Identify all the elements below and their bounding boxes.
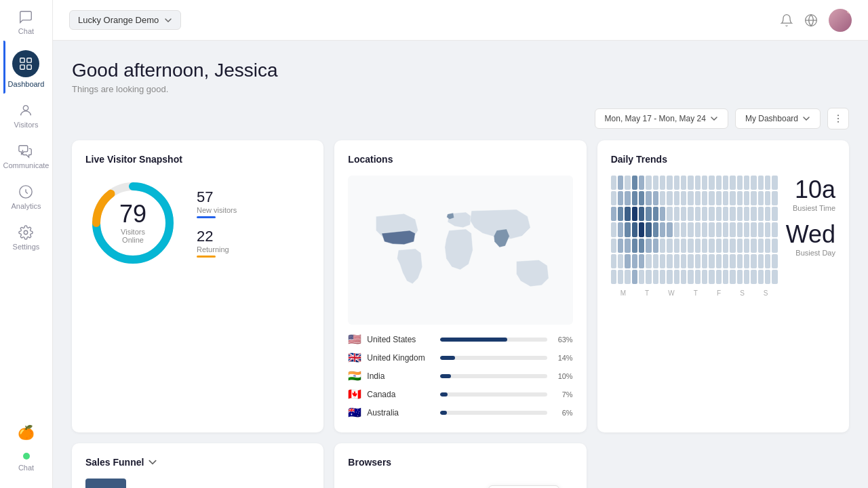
globe-icon[interactable] bbox=[804, 14, 818, 27]
site-selector[interactable]: Lucky Orange Demo bbox=[69, 10, 181, 30]
heatmap-cell bbox=[730, 222, 735, 237]
country-item: 🇬🇧 United Kingdom 14% bbox=[348, 351, 572, 364]
heatmap-cell bbox=[660, 191, 665, 205]
visitors-icon bbox=[18, 103, 33, 118]
heatmap-cell bbox=[702, 239, 707, 253]
heatmap-cell bbox=[695, 254, 701, 268]
heatmap-cell bbox=[639, 239, 644, 253]
heatmap-cell bbox=[660, 222, 665, 237]
heatmap-cell bbox=[716, 222, 722, 237]
day-label: T bbox=[694, 289, 698, 297]
heatmap-cell bbox=[625, 176, 630, 190]
heatmap-cell bbox=[653, 207, 658, 221]
country-item: 🇮🇳 India 10% bbox=[348, 369, 572, 382]
heatmap-cell bbox=[716, 270, 722, 284]
heatmap-cell bbox=[765, 191, 770, 205]
user-avatar[interactable] bbox=[829, 9, 852, 32]
visitors-online-count: 79 bbox=[109, 202, 157, 226]
heatmap-cell bbox=[667, 191, 672, 205]
country-bar bbox=[440, 411, 446, 415]
sidebar-chat-top-label: Chat bbox=[18, 27, 34, 35]
dashboard-select[interactable]: My Dashboard bbox=[735, 108, 821, 129]
sidebar-item-analytics[interactable]: Analytics bbox=[3, 175, 50, 216]
svg-rect-2 bbox=[20, 65, 24, 69]
sidebar-bottom-chat-label: Chat bbox=[18, 464, 34, 472]
sidebar-analytics-label: Analytics bbox=[11, 202, 41, 210]
heatmap-cell bbox=[765, 239, 770, 253]
heatmap-cell bbox=[709, 239, 714, 253]
dashboard-chevron-icon bbox=[802, 115, 810, 123]
fruit-icon[interactable]: 🍊 bbox=[18, 424, 35, 441]
heatmap-cell bbox=[688, 191, 693, 205]
heatmap-cell bbox=[681, 191, 686, 205]
heatmap-cell bbox=[744, 176, 749, 190]
sidebar-item-dashboard[interactable]: Dashboard bbox=[3, 41, 50, 94]
heatmap-cell bbox=[702, 207, 707, 221]
heatmap-cell bbox=[709, 191, 714, 205]
browsers-title: Browsers bbox=[348, 457, 572, 468]
heatmap-cell bbox=[737, 270, 743, 284]
locations-card-title: Locations bbox=[348, 154, 572, 165]
dashboard-label: My Dashboard bbox=[745, 114, 798, 123]
sidebar-item-communicate[interactable]: Communicate bbox=[3, 134, 50, 175]
heatmap-cell bbox=[646, 207, 651, 221]
funnel-title: Sales Funnel bbox=[85, 457, 144, 468]
country-pct: 10% bbox=[553, 372, 573, 380]
svg-point-11 bbox=[837, 121, 839, 123]
heatmap-cell bbox=[772, 239, 777, 253]
daily-trends-title: Daily Trends bbox=[611, 154, 835, 165]
day-label: F bbox=[717, 289, 721, 297]
heatmap-cell bbox=[618, 239, 623, 253]
heatmap-cell bbox=[688, 207, 693, 221]
heatmap-cell bbox=[653, 254, 658, 268]
notification-bell-icon[interactable] bbox=[780, 14, 793, 27]
topbar-right bbox=[780, 9, 852, 32]
heatmap-cell bbox=[751, 207, 756, 221]
heatmap-cell bbox=[744, 191, 749, 205]
date-picker[interactable]: Mon, May 17 - Mon, May 24 bbox=[595, 108, 728, 129]
heatmap-cell bbox=[681, 254, 686, 268]
more-options-button[interactable] bbox=[827, 108, 849, 129]
date-chevron-icon bbox=[710, 115, 718, 123]
sales-funnel-card: Sales Funnel 80% Completion View Funnel bbox=[72, 443, 323, 488]
heatmap-cell bbox=[709, 176, 714, 190]
sidebar-nav: Chat Dashboard Visitors bbox=[3, 0, 50, 413]
heatmap-cell bbox=[618, 207, 623, 221]
heatmap-cell bbox=[702, 191, 707, 205]
heatmap-cell bbox=[611, 270, 616, 284]
heatmap-cell bbox=[737, 207, 743, 221]
country-flag: 🇦🇺 bbox=[348, 406, 361, 419]
world-map bbox=[348, 176, 572, 325]
heatmap-cell bbox=[646, 191, 651, 205]
heatmap-cell bbox=[737, 176, 743, 190]
funnel-title-row: Sales Funnel bbox=[85, 457, 310, 468]
heatmap-cell bbox=[667, 207, 672, 221]
greeting-subtitle: Things are looking good. bbox=[72, 84, 849, 94]
sidebar-item-chat-top[interactable]: Chat bbox=[3, 0, 50, 41]
locations-card: Locations bbox=[334, 140, 586, 432]
country-flag: 🇬🇧 bbox=[348, 351, 361, 364]
heatmap-cell bbox=[611, 207, 616, 221]
heatmap-cell bbox=[625, 222, 630, 237]
site-selector-label: Lucky Orange Demo bbox=[78, 15, 159, 25]
browser-chart: Chrome 72,711 bbox=[348, 479, 572, 488]
country-bar-wrap bbox=[440, 356, 547, 360]
sidebar-chat-bottom[interactable]: Chat bbox=[18, 447, 34, 477]
heatmap-cell bbox=[744, 207, 749, 221]
sidebar-item-settings[interactable]: Settings bbox=[3, 216, 50, 256]
heatmap-cell bbox=[681, 176, 686, 190]
heatmap-cell bbox=[688, 222, 693, 237]
trends-inner: MTWTFSS 10a Busiest Time Wed Busiest Day bbox=[611, 176, 835, 297]
sidebar-communicate-label: Communicate bbox=[3, 161, 50, 169]
heatmap-grid bbox=[611, 176, 778, 284]
heatmap-cell bbox=[611, 254, 616, 268]
heatmap-cell bbox=[688, 176, 693, 190]
heatmap-cell bbox=[674, 222, 679, 237]
funnel-bar bbox=[85, 479, 126, 488]
heatmap-cell bbox=[695, 207, 701, 221]
country-flag: 🇺🇸 bbox=[348, 333, 361, 346]
heatmap-cell bbox=[695, 176, 701, 190]
heatmap-cell bbox=[625, 191, 630, 205]
day-label: S bbox=[764, 289, 768, 297]
sidebar-item-visitors[interactable]: Visitors bbox=[3, 94, 50, 134]
